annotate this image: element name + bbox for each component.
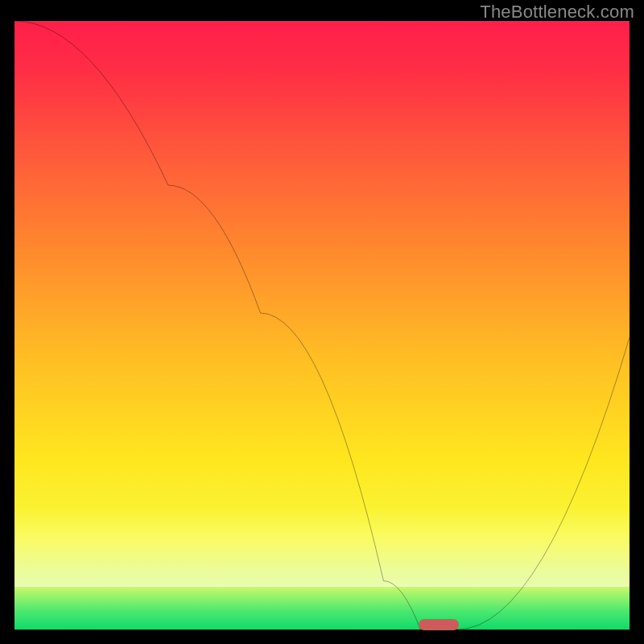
plot-area <box>14 21 630 630</box>
optimum-marker <box>419 619 459 630</box>
heat-gradient <box>14 21 630 630</box>
attribution-text: TheBottleneck.com <box>480 2 634 23</box>
chart-root: TheBottleneck.com <box>0 0 644 644</box>
